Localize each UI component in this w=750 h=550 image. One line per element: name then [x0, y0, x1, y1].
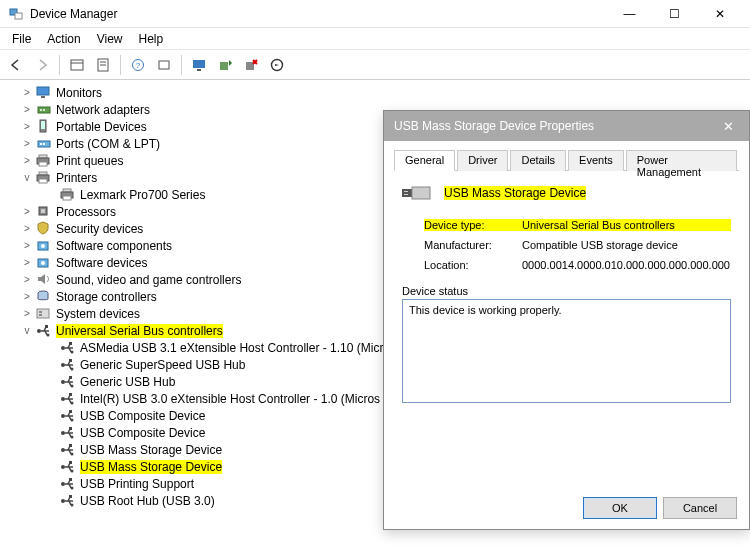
menu-view[interactable]: View	[89, 30, 131, 48]
device-type-value: Universal Serial Bus controllers	[522, 219, 731, 231]
svg-rect-110	[69, 495, 72, 498]
location-label: Location:	[424, 259, 522, 271]
help-button[interactable]: ?	[126, 53, 150, 77]
dialog-close-button[interactable]: ✕	[707, 111, 749, 141]
tree-item-label: USB Root Hub (USB 3.0)	[80, 494, 215, 508]
update-driver-button[interactable]	[213, 53, 237, 77]
expander-icon[interactable]: >	[20, 206, 34, 217]
menu-file[interactable]: File	[4, 30, 39, 48]
device-icon	[60, 493, 76, 509]
properties-button[interactable]	[91, 53, 115, 77]
show-hidden-button[interactable]	[65, 53, 89, 77]
tab-general[interactable]: General	[394, 150, 455, 171]
device-icon	[60, 391, 76, 407]
svg-rect-10	[193, 60, 205, 68]
forward-button[interactable]	[30, 53, 54, 77]
close-button[interactable]: ✕	[697, 0, 742, 28]
svg-rect-37	[41, 209, 45, 213]
expander-icon[interactable]: >	[20, 291, 34, 302]
tree-item-label: Storage controllers	[56, 290, 157, 304]
device-icon	[60, 374, 76, 390]
expander-icon[interactable]: >	[20, 155, 34, 166]
expander-icon[interactable]: >	[20, 87, 34, 98]
expander-icon[interactable]: >	[20, 121, 34, 132]
monitor-icon-button[interactable]	[187, 53, 211, 77]
uninstall-button[interactable]	[239, 53, 263, 77]
tab-driver[interactable]: Driver	[457, 150, 508, 171]
svg-rect-98	[69, 461, 72, 464]
app-icon	[8, 6, 24, 22]
tree-item-label: Software devices	[56, 256, 147, 270]
disable-button[interactable]	[265, 53, 289, 77]
tree-item-label: USB Composite Device	[80, 409, 205, 423]
menu-action[interactable]: Action	[39, 30, 88, 48]
svg-point-94	[71, 452, 74, 455]
tab-events[interactable]: Events	[568, 150, 624, 171]
expander-icon[interactable]: >	[20, 104, 34, 115]
tree-item[interactable]: > Monitors	[20, 84, 750, 101]
device-icon	[36, 102, 52, 118]
manufacturer-value: Compatible USB storage device	[522, 239, 731, 251]
toolbar: ?	[0, 50, 750, 80]
tree-item-label: System devices	[56, 307, 140, 321]
device-status-box[interactable]: This device is working properly.	[402, 299, 731, 403]
expander-icon[interactable]: >	[20, 138, 34, 149]
properties-dialog: USB Mass Storage Device Properties ✕ Gen…	[383, 110, 750, 530]
expander-icon[interactable]: >	[20, 223, 34, 234]
minimize-button[interactable]: —	[607, 0, 652, 28]
expander-icon[interactable]: v	[20, 325, 34, 336]
device-icon	[60, 408, 76, 424]
device-icon	[60, 459, 76, 475]
tree-item-label: Network adapters	[56, 103, 150, 117]
ok-button[interactable]: OK	[583, 497, 657, 519]
expander-icon[interactable]: >	[20, 240, 34, 251]
tree-item-label: ASMedia USB 3.1 eXtensible Host Controll…	[80, 341, 383, 355]
svg-rect-56	[69, 342, 72, 345]
svg-rect-115	[404, 191, 408, 192]
tab-details[interactable]: Details	[510, 150, 566, 171]
svg-rect-104	[69, 478, 72, 481]
scan-button[interactable]	[152, 53, 176, 77]
dialog-titlebar: USB Mass Storage Device Properties ✕	[384, 111, 749, 141]
svg-rect-17	[37, 87, 49, 95]
menu-help[interactable]: Help	[131, 30, 172, 48]
expander-icon[interactable]: v	[20, 172, 34, 183]
device-icon	[36, 323, 52, 339]
device-icon	[60, 357, 76, 373]
device-icon	[60, 425, 76, 441]
svg-rect-11	[197, 69, 201, 71]
svg-rect-26	[43, 143, 45, 145]
device-icon	[36, 255, 52, 271]
expander-icon[interactable]: >	[20, 274, 34, 285]
titlebar: Device Manager — ☐ ✕	[0, 0, 750, 28]
tree-item-label: Monitors	[56, 86, 102, 100]
expander-icon[interactable]: >	[20, 257, 34, 268]
device-icon	[36, 289, 52, 305]
svg-point-88	[71, 435, 74, 438]
tab-power-management[interactable]: Power Management	[626, 150, 737, 171]
device-icon	[36, 85, 52, 101]
device-icon	[60, 442, 76, 458]
svg-point-52	[47, 333, 50, 336]
tree-item-label: Portable Devices	[56, 120, 147, 134]
svg-rect-2	[71, 60, 83, 70]
svg-rect-46	[39, 314, 42, 316]
dialog-tabs: General Driver Details Events Power Mana…	[394, 149, 739, 171]
svg-point-65	[61, 380, 65, 384]
svg-rect-44	[37, 309, 49, 318]
expander-icon[interactable]: >	[20, 308, 34, 319]
maximize-button[interactable]: ☐	[652, 0, 697, 28]
svg-rect-74	[69, 393, 72, 396]
device-icon	[60, 476, 76, 492]
back-button[interactable]	[4, 53, 28, 77]
svg-point-77	[61, 414, 65, 418]
device-icon	[36, 170, 52, 186]
device-icon	[36, 153, 52, 169]
cancel-button[interactable]: Cancel	[663, 497, 737, 519]
toolbar-separator	[120, 55, 121, 75]
device-status-label: Device status	[402, 285, 731, 297]
svg-rect-1	[15, 13, 22, 19]
svg-point-71	[61, 397, 65, 401]
svg-point-20	[40, 109, 42, 111]
svg-rect-114	[412, 187, 430, 199]
